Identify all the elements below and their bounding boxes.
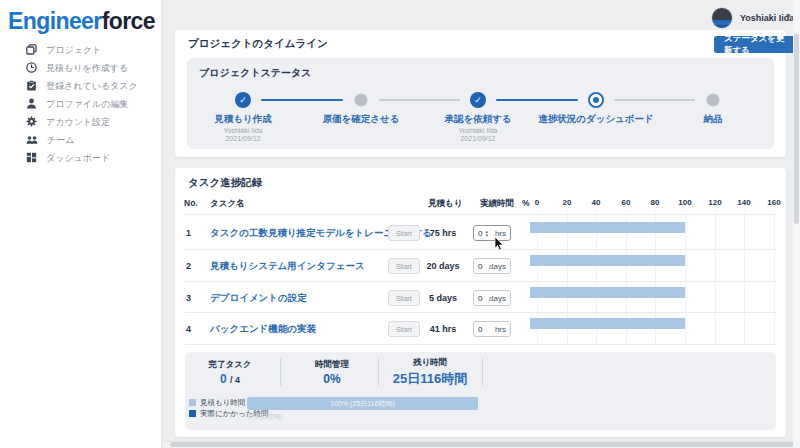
- actual-hours-value[interactable]: 0: [478, 229, 482, 238]
- app-root: Engineerforce プロジェクト 見積もりを作成する 登録されているタス…: [0, 0, 800, 448]
- brand-logo-primary: Engineer: [8, 8, 102, 34]
- chevron-down-icon[interactable]: ▾: [786, 11, 791, 21]
- registered-tasks-icon: [26, 77, 37, 95]
- step-dot-icon[interactable]: [707, 94, 720, 107]
- sidebar-item-label: ダッシュボード: [46, 152, 110, 165]
- account-settings-icon: [26, 113, 37, 131]
- actual-hours-input[interactable]: 0 days: [473, 290, 511, 306]
- user-avatar[interactable]: [711, 7, 733, 29]
- start-button[interactable]: Start: [388, 321, 420, 337]
- sidebar-item-account-settings[interactable]: アカウント設定: [0, 113, 161, 131]
- completed-tasks-value: 0 / 4: [220, 372, 240, 386]
- step-dot-icon[interactable]: [355, 94, 368, 107]
- step-meta-name: Yoshiaki Iida: [418, 127, 538, 135]
- progress-bar: [530, 287, 685, 298]
- project-status-title: プロジェクトステータス: [199, 66, 311, 80]
- update-status-button[interactable]: ステータスを更新する: [714, 36, 800, 53]
- brand-logo-secondary: force: [102, 8, 155, 34]
- row-divider: [185, 312, 776, 313]
- edit-profile-icon: [26, 95, 37, 113]
- vertical-scrollbar-thumb[interactable]: [794, 34, 799, 224]
- completed-count: 0: [220, 372, 227, 386]
- task-name-link[interactable]: デプロイメントの設定: [210, 292, 307, 305]
- progress-bar: [530, 222, 685, 233]
- actual-hours-value[interactable]: 0: [478, 262, 482, 271]
- sidebar-item-dashboard[interactable]: ダッシュボード: [0, 149, 161, 167]
- stat-divider: [378, 358, 379, 386]
- gridline: [715, 212, 716, 346]
- task-row-no: 3: [186, 293, 191, 303]
- actual-hours-value[interactable]: 0: [478, 325, 482, 334]
- horizontal-scrollbar-thumb[interactable]: [170, 442, 794, 447]
- axis-tick: 80: [651, 198, 660, 207]
- progress-bar: [530, 255, 685, 266]
- task-row-no: 4: [186, 324, 191, 334]
- gridline: [774, 212, 775, 346]
- sidebar-item-label: 見積もりを作成する: [46, 62, 128, 75]
- dashboard-icon: [26, 149, 37, 167]
- axis-tick: 20: [563, 198, 572, 207]
- axis-tick: 0: [535, 198, 539, 207]
- timeline-card-title: プロジェクトのタイムライン: [188, 37, 328, 51]
- axis-tick: 120: [708, 198, 721, 207]
- task-row-no: 2: [186, 261, 191, 271]
- sidebar-item-project[interactable]: プロジェクト: [0, 41, 161, 59]
- team-icon: [26, 131, 38, 149]
- step-connector-done: [261, 99, 343, 101]
- sidebar-item-edit-profile[interactable]: プロファイルの編集: [0, 95, 161, 113]
- axis-tick: 60: [622, 198, 631, 207]
- gridline: [685, 212, 686, 346]
- tasks-card-title: タスク進捗記録: [188, 176, 262, 190]
- sidebar-item-label: チーム: [47, 134, 74, 147]
- sidebar: Engineerforce プロジェクト 見積もりを作成する 登録されているタス…: [0, 0, 161, 448]
- step-check-icon[interactable]: ✓: [235, 92, 251, 108]
- col-header-name: タスク名: [210, 198, 245, 210]
- overall-estimate-bar: 100% (25日116時間): [247, 397, 478, 410]
- sidebar-item-team[interactable]: チーム: [0, 131, 161, 149]
- row-divider: [185, 344, 776, 345]
- project-icon: [26, 41, 37, 59]
- sidebar-item-registered-tasks[interactable]: 登録されているタスク: [0, 77, 161, 95]
- actual-hours-input[interactable]: 0 hrs: [473, 321, 511, 337]
- unit-label: days: [489, 294, 506, 303]
- time-management-value: 0%: [323, 372, 340, 386]
- row-divider: [185, 214, 776, 215]
- current-dot-icon: [593, 97, 599, 103]
- time-management-label: 時間管理: [315, 359, 349, 371]
- step-check-icon[interactable]: ✓: [470, 92, 486, 108]
- axis-tick: 100: [678, 198, 691, 207]
- gridline: [744, 212, 745, 346]
- stepper-arrows-icon[interactable]: ▴▾: [485, 229, 488, 237]
- row-divider: [185, 249, 776, 250]
- stat-divider: [280, 358, 281, 386]
- task-name-link[interactable]: 見積もりシステム用インタフェース: [210, 260, 365, 273]
- task-estimate: 41 hrs: [418, 324, 468, 334]
- start-button[interactable]: Start: [388, 225, 420, 241]
- step-meta-date: 2021/09/12: [418, 135, 538, 143]
- step-connector-pending: [379, 99, 460, 101]
- task-name-link[interactable]: バックエンド機能の実装: [210, 323, 316, 336]
- unit-label: hrs: [495, 325, 506, 334]
- legend-estimate-swatch: [189, 399, 196, 406]
- actual-hours-value[interactable]: 0: [478, 294, 482, 303]
- row-divider: [185, 281, 776, 282]
- task-estimate: 75 hrs: [418, 228, 468, 238]
- start-button[interactable]: Start: [388, 258, 420, 274]
- col-header-estimate: 見積もり: [428, 198, 462, 210]
- remaining-time-label: 残り時間: [413, 357, 447, 369]
- actual-hours-input[interactable]: 0 ▴▾ hrs: [473, 225, 511, 241]
- sidebar-item-create-estimate[interactable]: 見積もりを作成する: [0, 59, 161, 77]
- step-meta-date: 2021/09/12: [183, 135, 303, 143]
- actual-hours-input[interactable]: 0 days: [473, 258, 511, 274]
- task-row-no: 1: [186, 228, 191, 238]
- col-header-no: No.: [184, 198, 198, 208]
- step-current-icon[interactable]: [588, 92, 604, 108]
- step-label: 納品: [638, 113, 788, 126]
- sidebar-item-label: アカウント設定: [46, 116, 110, 129]
- start-button[interactable]: Start: [388, 290, 420, 306]
- step-meta: Yoshiaki Iida 2021/09/12: [418, 127, 538, 143]
- sidebar-item-label: プロファイルの編集: [46, 98, 128, 111]
- legend-estimate-label: 見積もり時間: [200, 398, 245, 408]
- mouse-cursor: [494, 237, 505, 255]
- stat-divider: [482, 358, 483, 386]
